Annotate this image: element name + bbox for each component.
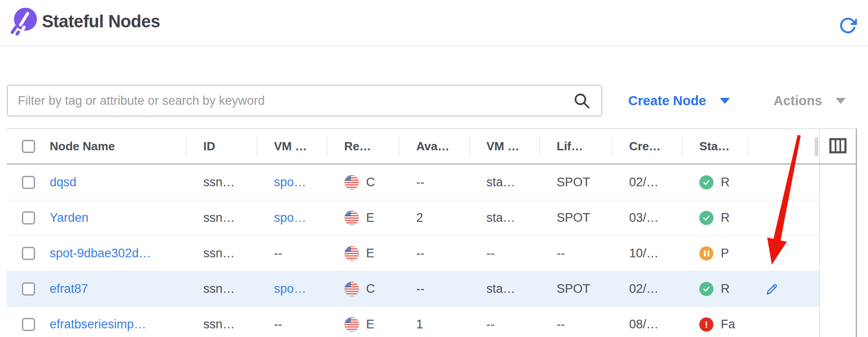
lifecycle-value: SPOT	[539, 271, 612, 306]
header-cell-created: Cre…	[612, 129, 682, 163]
vm-link[interactable]: spo…	[274, 175, 306, 189]
lifecycle-value: SPOT	[539, 200, 612, 235]
lifecycle-value: --	[539, 236, 612, 271]
column-picker-button[interactable]	[829, 138, 847, 154]
table-row[interactable]: efratbseriesimp… ssn… --	[7, 306, 819, 337]
search-icon[interactable]	[573, 92, 590, 109]
table-row-selected[interactable]: efrat87 ssn… spo…	[7, 271, 819, 306]
created-value: 02/…	[612, 164, 682, 200]
table-settings-column	[819, 129, 856, 337]
header-cell-actions	[748, 129, 819, 163]
node-id: ssn…	[186, 271, 257, 306]
header-cell-status: Sta…	[682, 129, 748, 163]
row-checkbox[interactable]	[22, 176, 35, 189]
table-row[interactable]: spot-9dbae302d… ssn… --	[7, 235, 819, 271]
availability-value: 2	[399, 200, 469, 235]
region-value: E	[366, 211, 374, 225]
vm-link[interactable]: spo…	[274, 211, 306, 225]
filter-bar	[7, 85, 602, 117]
node-id: ssn…	[186, 200, 257, 235]
header-cell-region: Re…	[327, 129, 399, 163]
vm-link[interactable]: spo…	[274, 282, 306, 296]
us-flag-icon	[344, 281, 359, 296]
node-name-link[interactable]: Yarden	[50, 211, 88, 225]
vm-size-value: sta…	[469, 164, 539, 200]
header-cell-vm2: VM …	[469, 129, 539, 163]
chevron-down-icon	[720, 98, 730, 104]
row-checkbox[interactable]	[22, 318, 35, 331]
vm-size-value: --	[469, 307, 539, 337]
node-name-link[interactable]: spot-9dbae302d…	[50, 246, 151, 260]
availability-value: --	[399, 236, 469, 271]
column-picker-cell	[820, 129, 856, 164]
check-circle-icon	[699, 211, 713, 225]
column-label: Node Name	[50, 139, 115, 153]
us-flag-icon	[344, 210, 359, 225]
vm-value: --	[257, 307, 327, 337]
status-label: R	[721, 211, 730, 225]
edit-node-button[interactable]	[765, 282, 779, 296]
filter-input[interactable]	[8, 94, 573, 108]
created-value: 03/…	[612, 200, 682, 235]
actions-label: Actions	[774, 93, 822, 108]
us-flag-icon	[344, 246, 359, 261]
region-value: E	[366, 317, 374, 332]
availability-value: --	[399, 164, 469, 200]
chevron-down-icon	[836, 98, 846, 104]
availability-value: 1	[399, 307, 469, 337]
us-flag-icon	[344, 317, 359, 332]
refresh-icon	[839, 16, 857, 35]
created-value: 08/…	[612, 307, 682, 337]
header-cell-availability: Ava…	[399, 129, 469, 163]
header-cell-vm: VM …	[257, 129, 327, 163]
horizontal-scrollbar-thumb[interactable]	[815, 137, 818, 156]
spot-logo-icon	[9, 6, 37, 36]
create-node-label: Create Node	[628, 93, 706, 108]
table-header-row: Node Name ID VM … Re… Ava… VM … Lif… Cre…	[7, 129, 819, 164]
node-name-link[interactable]: efratbseriesimp…	[50, 317, 146, 332]
region-value: C	[366, 282, 375, 296]
check-circle-icon	[699, 175, 713, 189]
create-node-button[interactable]: Create Node	[628, 85, 730, 117]
error-circle-icon: !	[699, 317, 713, 332]
row-checkbox[interactable]	[22, 211, 35, 225]
created-value: 10/…	[612, 236, 682, 271]
status-label: R	[721, 175, 730, 189]
us-flag-icon	[344, 175, 359, 190]
availability-value: --	[399, 271, 469, 306]
lifecycle-value: --	[539, 307, 612, 337]
refresh-button[interactable]	[839, 16, 857, 35]
vm-size-value: --	[469, 236, 539, 271]
lifecycle-value: SPOT	[539, 164, 612, 200]
table-scroll-area: Node Name ID VM … Re… Ava… VM … Lif… Cre…	[7, 129, 819, 337]
select-all-checkbox[interactable]	[22, 140, 35, 153]
status-label: R	[721, 282, 730, 296]
vm-value: --	[257, 236, 327, 271]
actions-button[interactable]: Actions	[774, 85, 846, 117]
status-label: P	[721, 246, 729, 260]
pause-circle-icon	[699, 246, 713, 260]
stateful-nodes-table: Node Name ID VM … Re… Ava… VM … Lif… Cre…	[7, 128, 857, 337]
status-label: Fa	[721, 317, 735, 332]
vm-size-value: sta…	[469, 200, 539, 235]
header-cell-node-name: Node Name	[7, 129, 186, 163]
column-picker-icon	[829, 138, 847, 153]
row-checkbox[interactable]	[22, 282, 35, 296]
vm-size-value: sta…	[469, 271, 539, 306]
header-cell-id: ID	[186, 129, 257, 163]
row-checkbox[interactable]	[22, 247, 35, 260]
pencil-icon	[765, 282, 779, 296]
node-name-link[interactable]: efrat87	[50, 282, 88, 296]
table-row[interactable]: Yarden ssn… spo… E	[7, 200, 819, 235]
table-row[interactable]: dqsd ssn… spo…	[7, 164, 819, 200]
region-value: C	[366, 175, 375, 189]
check-circle-icon	[699, 282, 713, 296]
page-title: Stateful Nodes	[42, 12, 160, 31]
node-id: ssn…	[186, 236, 257, 271]
node-name-link[interactable]: dqsd	[50, 175, 77, 189]
node-id: ssn…	[186, 307, 257, 337]
page-header: Stateful Nodes	[0, 0, 868, 46]
created-value: 02/…	[612, 271, 682, 306]
region-value: E	[366, 246, 374, 260]
node-id: ssn…	[186, 164, 257, 200]
